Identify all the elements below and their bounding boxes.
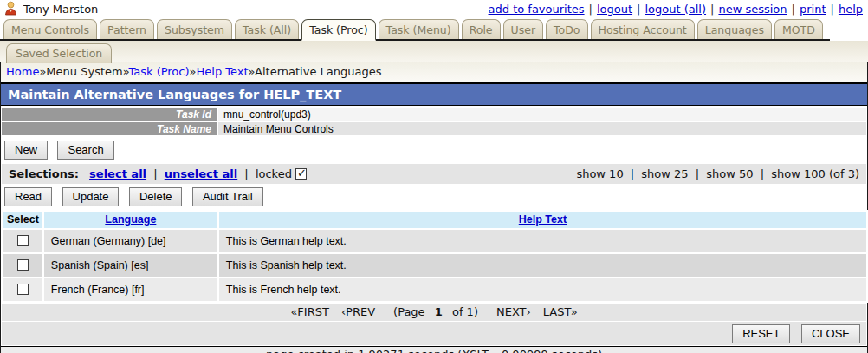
- breadcrumb: HomeMenu SystemTask (Proc)Help TextAlter…: [1, 62, 867, 82]
- top-bar: Tony Marston add to favourites| logout| …: [0, 0, 868, 17]
- table-header-row: Select Language Help Text: [3, 212, 866, 228]
- selections-bar: Selections: select all | unselect all | …: [2, 164, 866, 184]
- breadcrumb-task-proc[interactable]: Task (Proc): [128, 65, 189, 78]
- current-page-number: 1: [435, 305, 443, 318]
- selections-left: Selections: select all | unselect all | …: [9, 167, 307, 180]
- breadcrumb-help-text[interactable]: Help Text: [197, 65, 249, 78]
- total-count: (of 3): [829, 167, 859, 180]
- tab-user[interactable]: User: [503, 19, 544, 39]
- content-frame: HomeMenu SystemTask (Proc)Help TextAlter…: [0, 62, 868, 353]
- tab-pattern[interactable]: Pattern: [100, 19, 154, 39]
- link-print[interactable]: print: [800, 3, 826, 16]
- show-100-option[interactable]: show 100: [771, 167, 826, 180]
- tab-languages[interactable]: Languages: [697, 19, 772, 39]
- secondary-tab-bar: Saved Selection: [0, 41, 868, 62]
- language-column-sort-link[interactable]: Language: [105, 213, 156, 226]
- tab-task-all[interactable]: Task (All): [235, 19, 299, 39]
- new-button[interactable]: New: [4, 141, 48, 160]
- help-text-cell: This is German help text.: [219, 230, 866, 252]
- next-page-link[interactable]: NEXT›: [496, 305, 531, 318]
- locked-checkbox[interactable]: [295, 168, 307, 180]
- delete-button[interactable]: Delete: [129, 187, 183, 206]
- link-help[interactable]: help: [839, 3, 863, 16]
- first-page-link[interactable]: «FIRST: [290, 305, 329, 318]
- row-select-checkbox[interactable]: [17, 235, 29, 246]
- breadcrumb-current: Alternative Languages: [255, 65, 381, 78]
- top-button-row: New Search: [1, 138, 867, 163]
- row-select-checkbox[interactable]: [17, 284, 29, 295]
- tab-hosting-account[interactable]: Hosting Account: [591, 19, 695, 39]
- select-all-link[interactable]: select all: [89, 167, 146, 180]
- user-name: Tony Marston: [23, 3, 98, 16]
- top-links: add to favourites| logout| logout (all)|…: [489, 3, 863, 16]
- audit-trail-button[interactable]: Audit Trail: [192, 187, 263, 206]
- row-select-checkbox[interactable]: [17, 259, 29, 271]
- reset-button[interactable]: RESET: [732, 324, 790, 343]
- tab-todo[interactable]: ToDo: [546, 19, 587, 39]
- mid-button-row: Read Update Delete Audit Trail: [1, 185, 867, 210]
- page-indicator: (Page 1 of 1): [387, 305, 484, 318]
- languages-table: Select Language Help Text German (German…: [2, 210, 868, 303]
- link-add-to-favourites[interactable]: add to favourites: [489, 3, 585, 16]
- selections-label: Selections:: [9, 167, 79, 180]
- unselect-all-link[interactable]: unselect all: [165, 167, 237, 180]
- tab-role[interactable]: Role: [462, 19, 501, 39]
- update-button[interactable]: Update: [62, 187, 120, 206]
- task-id-value: mnu_control(upd3): [218, 108, 866, 121]
- prev-page-link[interactable]: ‹PREV: [341, 305, 375, 318]
- search-button[interactable]: Search: [57, 141, 113, 160]
- user-icon: [3, 1, 18, 18]
- show-options: show 10 | show 25 | show 50 | show 100 (…: [576, 167, 859, 180]
- tab-motd[interactable]: MOTD: [774, 19, 823, 39]
- breadcrumb-home[interactable]: Home: [6, 65, 39, 78]
- link-logout[interactable]: logout: [597, 3, 632, 16]
- task-name-value: Maintain Menu Controls: [218, 122, 866, 135]
- detail-row-task-id: Task Id mnu_control(upd3): [2, 108, 866, 121]
- language-cell: German (Germany) [de]: [44, 230, 217, 252]
- tab-task-proc[interactable]: Task (Proc): [301, 19, 375, 41]
- task-name-label: Task Name: [2, 122, 217, 135]
- locked-label: locked: [256, 167, 292, 180]
- help-text-cell: This is Spanish help text.: [219, 254, 866, 277]
- task-id-label: Task Id: [2, 108, 217, 121]
- tab-subsystem[interactable]: Subsystem: [157, 19, 232, 39]
- link-logout-all[interactable]: logout (all): [645, 3, 706, 16]
- page-title: Maintain Alternative Languages for HELP_…: [1, 82, 867, 106]
- tab-bar: Menu Controls Pattern Subsystem Task (Al…: [0, 17, 868, 41]
- link-new-session[interactable]: new session: [718, 3, 787, 16]
- select-column-header: Select: [3, 212, 42, 228]
- table-row: Spanish (Spain) [es] This is Spanish hel…: [3, 254, 866, 277]
- show-25-option[interactable]: show 25: [641, 167, 688, 180]
- tab-saved-selection[interactable]: Saved Selection: [6, 43, 112, 63]
- read-button[interactable]: Read: [4, 187, 52, 206]
- show-50-option[interactable]: show 50: [706, 167, 753, 180]
- close-button[interactable]: CLOSE: [801, 324, 860, 343]
- pagination-bar: «FIRST‹PREV(Page 1 of 1)NEXT›LAST»: [2, 304, 866, 321]
- page-timing: page created in 1.90271 seconds (XSLT= 0…: [1, 346, 867, 353]
- table-row: French (France) [fr] This is French help…: [3, 278, 866, 301]
- language-cell: French (France) [fr]: [44, 278, 217, 301]
- breadcrumb-menu-system: Menu System: [46, 65, 122, 78]
- help-text-cell: This is French help text.: [219, 278, 866, 301]
- bottom-button-row: RESET CLOSE: [2, 322, 866, 345]
- tab-task-menu[interactable]: Task (Menu): [379, 19, 459, 39]
- show-10-option[interactable]: show 10: [576, 167, 623, 180]
- detail-row-task-name: Task Name Maintain Menu Controls: [2, 122, 866, 135]
- task-details: Task Id mnu_control(upd3) Task Name Main…: [1, 106, 867, 138]
- last-page-link[interactable]: LAST»: [543, 305, 578, 318]
- help-text-column-sort-link[interactable]: Help Text: [519, 213, 567, 226]
- language-cell: Spanish (Spain) [es]: [44, 254, 217, 277]
- table-row: German (Germany) [de] This is German hel…: [3, 230, 866, 252]
- tab-menu-controls[interactable]: Menu Controls: [3, 19, 97, 39]
